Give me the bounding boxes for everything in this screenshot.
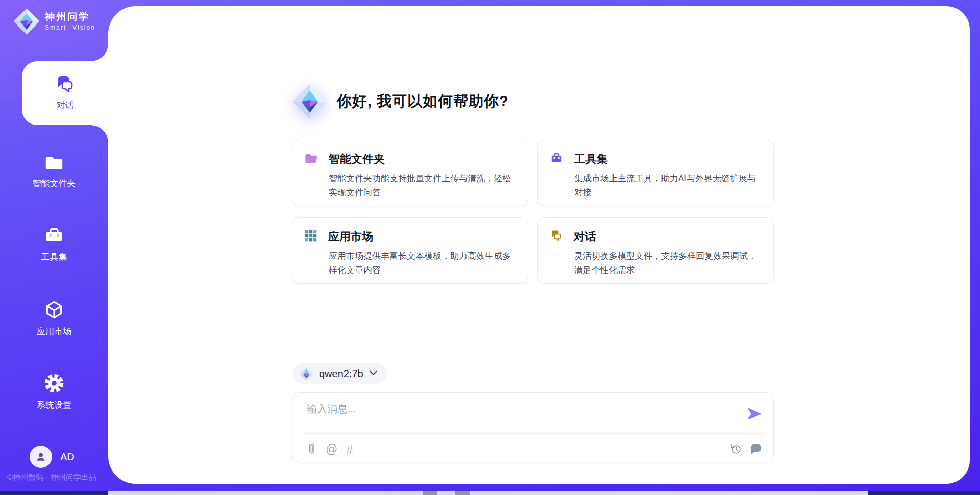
chat-bubble-icon bbox=[750, 443, 762, 455]
at-icon: @ bbox=[326, 443, 337, 455]
paperclip-icon bbox=[306, 442, 317, 456]
card-description: 应用市场提供丰富长文本模板，助力高效生成多样化文章内容 bbox=[329, 249, 512, 278]
toolbox-icon bbox=[43, 226, 65, 248]
user-initials: AD bbox=[60, 451, 75, 463]
gear-icon bbox=[43, 373, 65, 396]
sidebar-item-smart-folder[interactable]: 智能文件夹 bbox=[0, 152, 108, 189]
send-icon bbox=[747, 406, 762, 422]
feature-cards: 智能文件夹 智能文件夹功能支持批量文件上传与清洗，轻松实现文件问答 工具集 集成… bbox=[292, 140, 774, 284]
chat-icon bbox=[550, 229, 563, 244]
brand-subtitle: Smart Vision bbox=[45, 24, 95, 31]
card-app-market[interactable]: 应用市场 应用市场提供丰富长文本模板，助力高效生成多样化文章内容 bbox=[292, 217, 528, 284]
card-chat[interactable]: 对话 灵活切换多模型文件，支持多样回复效果调试，满足个性化需求 bbox=[537, 217, 774, 284]
assistant-gem-icon bbox=[292, 84, 328, 119]
card-description: 灵活切换多模型文件，支持多样回复效果调试，满足个性化需求 bbox=[574, 249, 758, 278]
folder-open-icon bbox=[304, 152, 318, 167]
user-account[interactable]: AD bbox=[30, 445, 75, 468]
avatar bbox=[30, 445, 52, 468]
sidebar-item-chat[interactable]: 对话 bbox=[22, 61, 108, 125]
cube-icon bbox=[43, 299, 65, 323]
sidebar-item-toolset[interactable]: 工具集 bbox=[0, 226, 108, 263]
message-composer: @ # bbox=[292, 392, 774, 462]
model-name: qwen2:7b bbox=[319, 368, 363, 380]
sidebar-item-label: 工具集 bbox=[0, 251, 108, 263]
topic-button[interactable]: # bbox=[346, 443, 353, 455]
history-icon bbox=[730, 443, 742, 455]
sidebar-item-label: 系统设置 bbox=[0, 399, 108, 411]
sidebar-item-settings[interactable]: 系统设置 bbox=[0, 373, 108, 411]
greeting-row: 你好, 我可以如何帮助你? bbox=[292, 84, 509, 119]
sidebar-item-label: 对话 bbox=[22, 100, 108, 111]
history-button[interactable] bbox=[730, 443, 742, 455]
conversation-button[interactable] bbox=[750, 443, 762, 455]
model-gem-icon bbox=[300, 367, 313, 381]
person-icon bbox=[34, 450, 47, 463]
card-title: 应用市场 bbox=[328, 229, 373, 244]
mention-button[interactable]: @ bbox=[326, 443, 337, 455]
brand-gem-icon bbox=[13, 8, 40, 35]
window-bottom-edge bbox=[0, 491, 980, 495]
attach-button[interactable] bbox=[306, 442, 317, 456]
card-smart-folder[interactable]: 智能文件夹 智能文件夹功能支持批量文件上传与清洗，轻松实现文件问答 bbox=[292, 140, 528, 206]
card-title: 对话 bbox=[574, 229, 596, 244]
copyright-footer: ©神州数码 · 神州问学出品 bbox=[7, 473, 96, 482]
message-input[interactable] bbox=[306, 401, 737, 430]
toolbox-icon bbox=[550, 152, 564, 167]
brand-name: 神州问学 bbox=[45, 11, 90, 22]
sidebar-item-label: 应用市场 bbox=[0, 326, 108, 337]
send-button[interactable] bbox=[747, 406, 762, 422]
chevron-down-icon bbox=[369, 369, 378, 378]
model-selector[interactable]: qwen2:7b bbox=[292, 363, 387, 384]
grid-icon bbox=[304, 229, 317, 244]
sidebar-item-app-market[interactable]: 应用市场 bbox=[0, 299, 108, 337]
chat-icon bbox=[22, 61, 108, 96]
main-panel: 你好, 我可以如何帮助你? 智能文件夹 智能文件夹功能支持批量文件上传与清洗，轻… bbox=[108, 6, 970, 484]
card-description: 集成市场上主流工具，助力AI与外界无缝扩展与对接 bbox=[574, 171, 758, 200]
card-title: 智能文件夹 bbox=[329, 152, 385, 167]
sidebar: 神州问学 Smart Vision 对话 智能文件夹 bbox=[0, 0, 108, 491]
folder-icon bbox=[43, 152, 65, 175]
card-toolset[interactable]: 工具集 集成市场上主流工具，助力AI与外界无缝扩展与对接 bbox=[537, 140, 774, 206]
brand-logo: 神州问学 Smart Vision bbox=[13, 8, 108, 35]
card-title: 工具集 bbox=[574, 152, 608, 167]
composer-toolbar: @ # bbox=[306, 440, 762, 458]
greeting-text: 你好, 我可以如何帮助你? bbox=[337, 91, 509, 112]
sidebar-item-label: 智能文件夹 bbox=[0, 178, 108, 189]
hash-icon: # bbox=[346, 443, 353, 455]
composer-divider bbox=[302, 433, 764, 434]
card-description: 智能文件夹功能支持批量文件上传与清洗，轻松实现文件问答 bbox=[329, 171, 512, 200]
